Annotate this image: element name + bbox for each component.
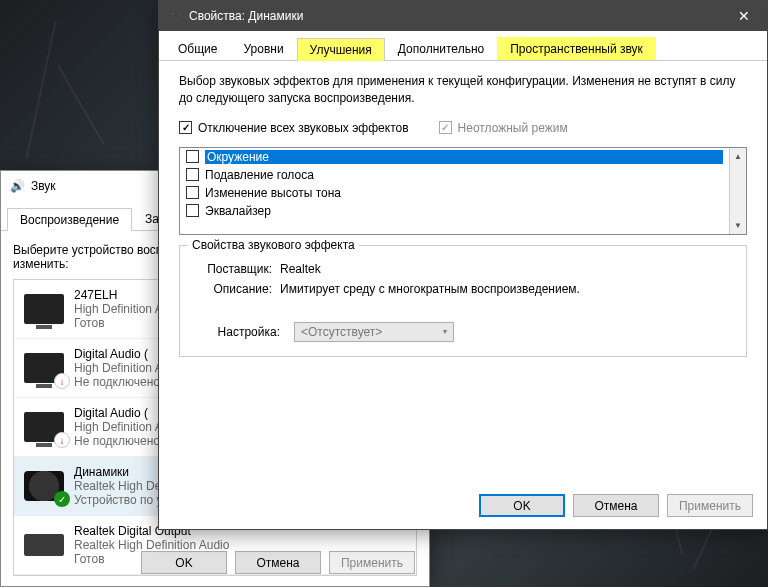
- tab-advanced[interactable]: Дополнительно: [385, 37, 497, 60]
- checkbox-icon[interactable]: [186, 150, 199, 163]
- close-button[interactable]: ✕: [721, 1, 767, 31]
- error-badge-icon: [54, 432, 70, 448]
- properties-window: ◾ Свойства: Динамики ✕ Общие Уровни Улуч…: [158, 0, 768, 530]
- effect-properties-group: Свойства звукового эффекта Поставщик: Re…: [179, 245, 747, 357]
- scroll-up-icon[interactable]: ▲: [730, 148, 746, 165]
- tab-levels[interactable]: Уровни: [230, 37, 296, 60]
- tab-playback[interactable]: Воспроизведение: [7, 208, 132, 231]
- default-badge-icon: [54, 491, 70, 507]
- description-value: Имитирует среду с многократным воспроизв…: [280, 282, 732, 296]
- props-tabs: Общие Уровни Улучшения Дополнительно Про…: [159, 31, 767, 61]
- urgent-mode-checkbox: Неотложный режим: [439, 121, 568, 135]
- tab-spatial[interactable]: Пространственный звук: [497, 37, 656, 60]
- sound-icon: 🔊: [9, 178, 25, 194]
- checkbox-icon[interactable]: [186, 168, 199, 181]
- speaker-icon: ◾: [167, 8, 183, 24]
- error-badge-icon: [54, 373, 70, 389]
- provider-value: Realtek: [280, 262, 732, 276]
- effect-item[interactable]: Подавление голоса: [180, 166, 729, 184]
- cancel-button[interactable]: Отмена: [573, 494, 659, 517]
- tab-enhancements[interactable]: Улучшения: [297, 38, 385, 61]
- setting-label: Настройка:: [194, 325, 280, 339]
- ok-button[interactable]: OK: [479, 494, 565, 517]
- effect-item[interactable]: Изменение высоты тона: [180, 184, 729, 202]
- effect-item[interactable]: Эквалайзер: [180, 202, 729, 220]
- scrollbar[interactable]: ▲ ▼: [729, 148, 746, 234]
- ok-button[interactable]: OK: [141, 551, 227, 574]
- checkbox-icon[interactable]: [186, 204, 199, 217]
- provider-label: Поставщик:: [194, 262, 280, 276]
- monitor-icon: [24, 412, 64, 442]
- monitor-icon: [24, 294, 64, 324]
- tab-general[interactable]: Общие: [165, 37, 230, 60]
- disable-all-checkbox[interactable]: Отключение всех звуковых эффектов: [179, 121, 409, 135]
- device-box-icon: [24, 534, 64, 556]
- apply-button[interactable]: Применить: [667, 494, 753, 517]
- setting-combo: <Отсутствует> ▾: [294, 322, 454, 342]
- apply-button[interactable]: Применить: [329, 551, 415, 574]
- checkbox-icon: [179, 121, 192, 134]
- enhance-description: Выбор звуковых эффектов для применения к…: [179, 73, 747, 107]
- monitor-icon: [24, 353, 64, 383]
- speaker-icon: [24, 471, 64, 501]
- effect-item[interactable]: Окружение: [180, 148, 729, 166]
- checkbox-icon: [439, 121, 452, 134]
- props-titlebar: ◾ Свойства: Динамики ✕: [159, 1, 767, 31]
- props-title: Свойства: Динамики: [189, 9, 721, 23]
- scroll-down-icon[interactable]: ▼: [730, 217, 746, 234]
- cancel-button[interactable]: Отмена: [235, 551, 321, 574]
- chevron-down-icon: ▾: [443, 327, 447, 336]
- effects-listbox[interactable]: Окружение Подавление голоса Изменение вы…: [179, 147, 747, 235]
- group-legend: Свойства звукового эффекта: [188, 238, 359, 252]
- checkbox-icon[interactable]: [186, 186, 199, 199]
- description-label: Описание:: [194, 282, 280, 296]
